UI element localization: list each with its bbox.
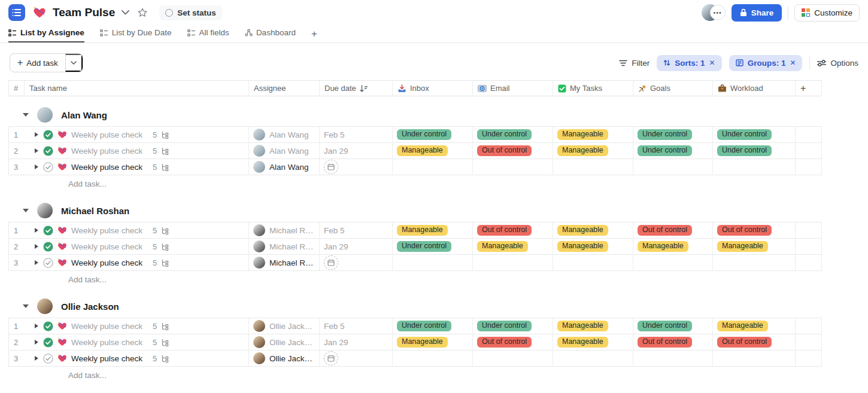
status-cell[interactable]: Manageable <box>712 318 795 334</box>
clear-groups-icon[interactable]: ✕ <box>790 59 796 67</box>
groups-chip[interactable]: Groups: 1 ✕ <box>729 55 803 71</box>
task-cell[interactable]: 2Weekly pulse check5 <box>8 143 248 159</box>
sidebar-menu-button[interactable] <box>8 4 25 21</box>
column-header-assignee[interactable]: Assignee <box>248 81 319 96</box>
status-cell[interactable]: Under control <box>392 318 472 334</box>
task-cell[interactable]: 3Weekly pulse check5 <box>8 351 248 366</box>
assignee-cell[interactable]: Ollie Jackson <box>248 318 319 334</box>
column-header-workload[interactable]: Workload <box>712 81 795 96</box>
tab-list-by-due-date[interactable]: List by Due Date <box>100 25 172 42</box>
task-cell[interactable]: 2Weekly pulse check5 <box>8 334 248 350</box>
status-cell[interactable]: Manageable <box>553 318 633 334</box>
expand-row-icon[interactable] <box>34 323 39 329</box>
status-cell[interactable]: Out of control <box>633 334 712 350</box>
status-cell[interactable]: Manageable <box>472 239 553 254</box>
task-cell[interactable]: 3Weekly pulse check5 <box>8 255 248 270</box>
add-task-row[interactable]: Add task... <box>8 271 822 288</box>
add-task-button[interactable]: + Add task <box>10 54 65 72</box>
status-badge[interactable]: Manageable <box>397 337 448 348</box>
add-column-button[interactable]: + <box>795 81 822 96</box>
due-date-cell[interactable]: Feb 5 <box>319 127 392 142</box>
due-date-placeholder[interactable] <box>324 351 338 365</box>
status-cell[interactable]: Manageable <box>553 127 633 142</box>
task-cell[interactable]: 1Weekly pulse check5 <box>8 127 248 142</box>
task-row[interactable]: 2Weekly pulse check5Alan WangJan 29Manag… <box>8 143 822 159</box>
tab-list-by-assignee[interactable]: List by Assignee <box>8 25 84 42</box>
assignee-cell[interactable]: Michael Roshan <box>248 239 319 254</box>
favorite-star-icon[interactable] <box>136 6 149 19</box>
expand-row-icon[interactable] <box>34 355 39 361</box>
task-row[interactable]: 1Weekly pulse check5Ollie JacksonFeb 5Un… <box>8 318 822 334</box>
assignee-cell[interactable]: Alan Wang <box>248 127 319 142</box>
assignee-cell[interactable]: Ollie Jackson <box>248 334 319 350</box>
status-badge[interactable]: Under control <box>717 145 772 157</box>
status-badge[interactable]: Manageable <box>557 337 608 348</box>
due-date-cell[interactable] <box>319 255 392 270</box>
status-cell[interactable] <box>712 159 795 175</box>
status-cell[interactable]: Under control <box>392 239 472 254</box>
expand-row-icon[interactable] <box>34 260 39 266</box>
assignee-cell[interactable]: Michael Roshan <box>248 255 319 270</box>
status-badge[interactable]: Under control <box>638 145 692 157</box>
status-badge[interactable]: Under control <box>638 321 692 332</box>
due-date-placeholder[interactable] <box>324 255 338 270</box>
status-badge[interactable]: Under control <box>397 241 451 252</box>
status-badge[interactable]: Out of control <box>477 225 532 236</box>
due-date-cell[interactable] <box>319 351 392 366</box>
due-date-cell[interactable]: Jan 29 <box>319 239 392 254</box>
status-cell[interactable]: Manageable <box>392 334 472 350</box>
status-badge[interactable]: Under control <box>717 129 772 141</box>
task-name[interactable]: Weekly pulse check <box>71 258 142 267</box>
task-name[interactable]: Weekly pulse check <box>71 242 142 251</box>
status-cell[interactable] <box>633 159 712 175</box>
open-checkbox[interactable] <box>43 258 53 268</box>
status-cell[interactable]: Under control <box>712 127 795 142</box>
task-cell[interactable]: 1Weekly pulse check5 <box>8 223 248 238</box>
expand-row-icon[interactable] <box>34 339 39 345</box>
assignee-cell[interactable]: Alan Wang <box>248 159 319 175</box>
status-cell[interactable]: Manageable <box>392 223 472 238</box>
set-status-button[interactable]: Set status <box>159 5 222 20</box>
due-date-cell[interactable]: Jan 29 <box>319 143 392 159</box>
done-checkbox[interactable] <box>43 337 53 348</box>
column-header-my-tasks[interactable]: My Tasks <box>553 81 633 96</box>
status-cell[interactable]: Manageable <box>553 143 633 159</box>
status-badge[interactable]: Manageable <box>557 145 608 157</box>
status-cell[interactable]: Under control <box>633 318 712 334</box>
column-header-inbox[interactable]: Inbox <box>392 81 472 96</box>
status-cell[interactable]: Manageable <box>553 223 633 238</box>
status-cell[interactable] <box>553 159 633 175</box>
status-badge[interactable]: Manageable <box>557 321 608 332</box>
status-badge[interactable]: Under control <box>477 129 532 141</box>
status-badge[interactable]: Manageable <box>397 145 448 157</box>
status-badge[interactable]: Manageable <box>557 129 608 141</box>
status-cell[interactable]: Manageable <box>553 334 633 350</box>
add-view-button[interactable]: + <box>311 25 317 42</box>
status-cell[interactable] <box>553 255 633 270</box>
task-row[interactable]: 3Weekly pulse check5Ollie Jackson <box>8 351 822 367</box>
status-cell[interactable] <box>553 351 633 366</box>
status-cell[interactable]: Under control <box>392 127 472 142</box>
task-row[interactable]: 2Weekly pulse check5Michael RoshanJan 29… <box>8 239 822 255</box>
column-header-due-date[interactable]: Due date <box>319 81 392 96</box>
assignee-cell[interactable]: Michael Roshan <box>248 223 319 238</box>
add-task-row[interactable]: Add task... <box>8 175 822 192</box>
status-cell[interactable] <box>392 159 472 175</box>
status-cell[interactable] <box>633 255 712 270</box>
collapse-group-icon[interactable] <box>23 304 29 308</box>
status-cell[interactable]: Under control <box>633 127 712 142</box>
clear-sorts-icon[interactable]: ✕ <box>709 59 715 67</box>
open-checkbox[interactable] <box>43 354 53 364</box>
status-badge[interactable]: Out of control <box>638 225 692 236</box>
status-badge[interactable]: Under control <box>477 321 532 332</box>
due-date-placeholder[interactable] <box>324 160 338 174</box>
done-checkbox[interactable] <box>43 321 53 331</box>
status-cell[interactable] <box>472 255 553 270</box>
status-badge[interactable]: Out of control <box>717 337 772 348</box>
task-name[interactable]: Weekly pulse check <box>71 147 142 156</box>
status-badge[interactable]: Under control <box>397 129 451 141</box>
status-cell[interactable]: Out of control <box>712 334 795 350</box>
group-header[interactable]: Ollie Jackson <box>8 295 822 318</box>
status-cell[interactable]: Out of control <box>472 334 553 350</box>
done-checkbox[interactable] <box>43 242 53 252</box>
